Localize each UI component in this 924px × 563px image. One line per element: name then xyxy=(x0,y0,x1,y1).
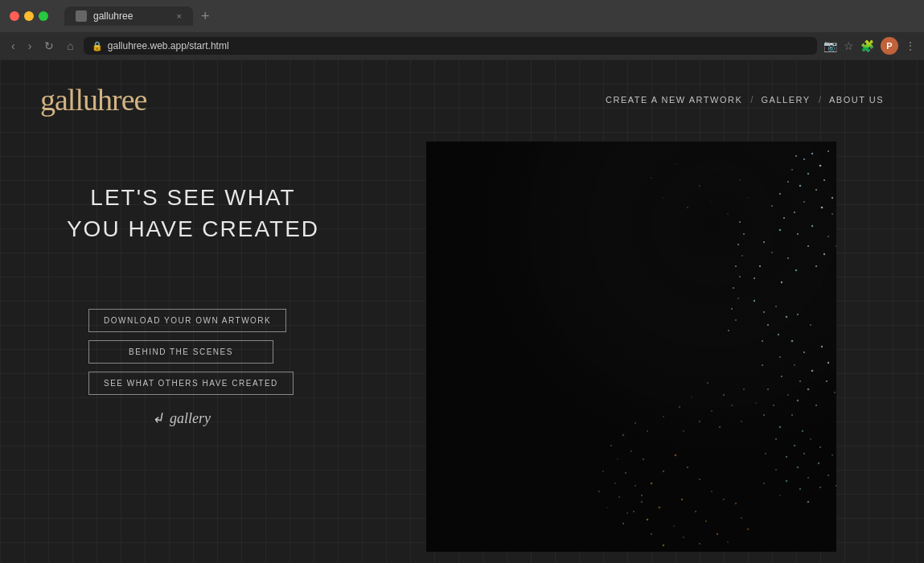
nav-gallery[interactable]: GALLERY xyxy=(762,95,811,105)
site-main: LET'S SEE WHAT YOU HAVE CREATED DOWNLOAD… xyxy=(0,134,924,552)
website-inner: galluhree CREATE A NEW ARTWORK / GALLERY… xyxy=(0,60,924,563)
gallery-label: gallery xyxy=(170,410,211,427)
see-others-button[interactable]: SEE WHAT OTHERS HAVE CREATED xyxy=(88,372,294,395)
tab-favicon xyxy=(76,10,87,22)
nav-separator-2: / xyxy=(819,94,821,105)
address-bar[interactable]: 🔒 galluhree.web.app/start.html xyxy=(84,37,817,55)
new-tab-button[interactable]: + xyxy=(198,8,213,25)
star-icon[interactable]: ☆ xyxy=(844,39,854,52)
site-header: galluhree CREATE A NEW ARTWORK / GALLERY… xyxy=(0,60,924,134)
site-nav: CREATE A NEW ARTWORK / GALLERY / ABOUT U… xyxy=(606,94,884,105)
artwork-canvas xyxy=(426,142,836,552)
behind-scenes-button[interactable]: BEHIND THE SCENES xyxy=(88,340,273,364)
nav-about[interactable]: ABOUT US xyxy=(829,95,884,105)
traffic-lights xyxy=(10,11,48,21)
download-button[interactable]: DOWNLOAD YOUR OWN ARTWORK xyxy=(88,309,286,332)
browser-titlebar: galluhree × + xyxy=(0,0,924,32)
hero-line-1: LET'S SEE WHAT xyxy=(90,185,295,210)
extensions-icon[interactable]: 🧩 xyxy=(860,39,874,52)
camera-icon[interactable]: 📷 xyxy=(823,39,837,52)
forward-button[interactable]: › xyxy=(25,38,35,54)
refresh-button[interactable]: ↻ xyxy=(41,38,57,54)
maximize-button[interactable] xyxy=(39,11,48,21)
home-button[interactable]: ⌂ xyxy=(64,38,76,54)
browser-chrome: galluhree × + ‹ › ↻ ⌂ 🔒 galluhree.web.ap… xyxy=(0,0,924,60)
back-button[interactable]: ‹ xyxy=(8,38,18,54)
left-content: LET'S SEE WHAT YOU HAVE CREATED DOWNLOAD… xyxy=(40,134,346,427)
browser-toolbar: ‹ › ↻ ⌂ 🔒 galluhree.web.app/start.html 📷… xyxy=(0,32,924,60)
minimize-button[interactable] xyxy=(24,11,34,21)
action-buttons: DOWNLOAD YOUR OWN ARTWORK BEHIND THE SCE… xyxy=(88,309,346,427)
lock-icon: 🔒 xyxy=(92,41,103,51)
artwork-container xyxy=(378,134,884,552)
website-content: galluhree CREATE A NEW ARTWORK / GALLERY… xyxy=(0,60,924,563)
menu-icon[interactable]: ⋮ xyxy=(905,39,916,52)
tab-bar: galluhree × + xyxy=(64,6,914,26)
profile-avatar[interactable]: P xyxy=(881,37,898,55)
tab-close-button[interactable]: × xyxy=(177,11,182,21)
url-display: galluhree.web.app/start.html xyxy=(108,40,229,51)
arrow-icon: ↳ xyxy=(151,409,166,428)
active-tab[interactable]: galluhree × xyxy=(64,6,193,26)
artwork-svg xyxy=(426,142,836,552)
svg-rect-161 xyxy=(426,142,836,552)
toolbar-right: 📷 ☆ 🧩 P ⋮ xyxy=(823,37,916,55)
nav-create[interactable]: CREATE A NEW ARTWORK xyxy=(606,95,742,105)
nav-separator-1: / xyxy=(750,94,753,105)
tab-title: galluhree xyxy=(93,10,133,22)
gallery-arrow-label: ↳ gallery xyxy=(153,409,211,427)
close-button[interactable] xyxy=(10,11,19,21)
site-logo[interactable]: galluhree xyxy=(40,82,146,117)
hero-line-2: YOU HAVE CREATED xyxy=(67,216,319,241)
hero-heading: LET'S SEE WHAT YOU HAVE CREATED xyxy=(40,182,346,245)
